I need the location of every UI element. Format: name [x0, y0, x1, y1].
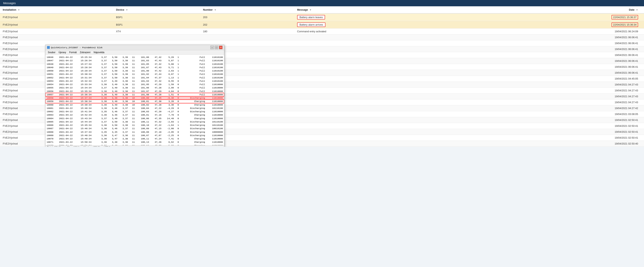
popup-cell: 101,92	[136, 73, 150, 76]
popup-cell: 3,38	[118, 103, 129, 107]
cell-installation: FVE2Východ	[0, 29, 113, 35]
cell-message: Battery alarm leaves	[294, 14, 468, 21]
popup-cell: 3,36	[118, 134, 129, 137]
popup-cell: 100,06	[136, 117, 150, 120]
popup-cell: Discharging	[180, 110, 206, 113]
filter-icon-message[interactable]: ▼	[309, 9, 312, 11]
close-button[interactable]: ✕	[219, 46, 222, 49]
popup-cell: 0	[175, 144, 180, 145]
popup-cell: 3,39	[118, 69, 129, 73]
popup-cell: Charging	[180, 137, 206, 140]
popup-cell: 11	[129, 83, 136, 86]
popup-cell: 10053	[46, 79, 58, 83]
popup-cell: 11010100	[206, 79, 224, 83]
popup-cell: 3,37	[98, 73, 108, 76]
popup-cell: 0	[175, 100, 180, 103]
minimize-button[interactable]: –	[210, 46, 214, 49]
popup-cell: 3,50	[108, 66, 119, 69]
popup-menu-item[interactable]: Nápověda	[92, 51, 106, 54]
cell-device: XT4	[113, 29, 200, 35]
popup-cell: 11010000	[206, 137, 224, 140]
popup-cell: 3,36	[98, 103, 108, 107]
popup-cell: Discharging	[180, 123, 206, 127]
popup-cell: 10066	[46, 123, 58, 127]
popup-cell: 3,49	[108, 117, 119, 120]
popup-cell: Full	[180, 62, 206, 66]
popup-cell: 1	[175, 69, 180, 73]
popup-cell: 7,41	[162, 137, 175, 140]
filter-icon-number[interactable]: ▼	[214, 9, 216, 11]
filter-icon-date[interactable]: ▼	[636, 9, 638, 11]
popup-cell: -2,25	[162, 134, 175, 137]
popup-menu-item[interactable]: Soubor	[46, 51, 57, 54]
popup-menu-item[interactable]: Formát	[68, 51, 78, 54]
popup-cell: Full	[180, 90, 206, 93]
message-outlined: Battery alarm leaves	[297, 15, 325, 20]
cell-date: 19/04/2021 03:08:05	[468, 111, 644, 117]
popup-cell: 3,50	[108, 59, 119, 62]
cell-date: 19/04/2021 06:06:41	[468, 52, 644, 58]
popup-cell: 3,48	[108, 140, 119, 144]
popup-cell: 15:30:34	[80, 73, 98, 76]
popup-cell: 3,38	[118, 140, 129, 144]
maximize-button[interactable]: □	[215, 46, 218, 49]
popup-cell: 5,08	[162, 62, 175, 66]
popup-cell: 47,10	[150, 130, 162, 134]
popup-cell: Charging	[180, 113, 206, 117]
cell-date: 19/04/2021 02:50:40	[468, 141, 644, 147]
cell-message	[294, 117, 468, 123]
popup-cell: 2021-04-22	[58, 120, 80, 123]
popup-cell: 10110100	[206, 107, 224, 110]
popup-cell: 10071	[46, 140, 58, 144]
popup-data-row: 100712021-04-2215:50:343,363,483,3811100…	[46, 140, 224, 144]
popup-cell: 11	[129, 90, 136, 93]
popup-cell: 3,49	[108, 90, 119, 93]
popup-cell: 15:40:34	[80, 107, 98, 110]
popup-cell: 3,48	[108, 96, 119, 100]
popup-cell: 10061	[46, 107, 58, 110]
popup-cell: 2,63	[162, 69, 175, 73]
popup-data-row: 100512021-04-2215:30:343,373,503,3911101…	[46, 73, 224, 76]
popup-cell: 0	[175, 130, 180, 134]
popup-cell: 2021-04-22	[58, 103, 80, 107]
popup-cell: 1	[175, 76, 180, 79]
filter-icon-installation[interactable]: ▼	[18, 9, 20, 11]
filter-icon-device[interactable]: ▼	[126, 9, 128, 11]
popup-cell: 11010000	[206, 110, 224, 113]
popup-cell: 100,11	[136, 137, 150, 140]
popup-cell: 47,22	[150, 123, 162, 127]
popup-cell: 15:35:34	[80, 90, 98, 93]
popup-cell: 10010100	[206, 127, 224, 130]
popup-data-row: 100582021-04-2215:37:343,363,483,3810100…	[46, 96, 224, 100]
popup-cell: 101,87	[136, 66, 150, 69]
popup-cell: 3,37	[118, 117, 129, 120]
popup-menu-item[interactable]: Zobrazení	[78, 51, 92, 54]
popup-cell: 15:47:34	[80, 130, 98, 134]
popup-cell: 3,49	[108, 93, 119, 96]
cell-number: 203	[200, 14, 294, 21]
popup-cell: 100,16	[136, 144, 150, 145]
notepad-icon	[47, 46, 50, 49]
cell-date: 19/04/2021 06:06:41	[468, 46, 644, 52]
popup-cell: 10051	[46, 73, 58, 76]
popup-cell: 3,36	[98, 137, 108, 140]
popup-cell: 15:25:34	[80, 56, 98, 59]
popup-cell: 11	[129, 127, 136, 130]
popup-cell: 7,70	[162, 113, 175, 117]
popup-cell: 3,37	[98, 59, 108, 62]
popup-cell: 11010100	[206, 62, 224, 66]
cell-date: 19/04/2021 06:06:41	[468, 70, 644, 76]
popup-cell: 101,90	[136, 69, 150, 73]
popup-cell: 101,94	[136, 79, 150, 83]
popup-cell: 47,16	[150, 113, 162, 117]
statusbar-line-ending: Windows (CRLF)	[84, 146, 100, 147]
popup-cell: 11	[129, 76, 136, 79]
popup-cell: 11	[129, 59, 136, 62]
popup-cell: 3,49	[108, 103, 119, 107]
popup-cell: 2021-04-22	[58, 79, 80, 83]
col-message: Message ▼	[294, 6, 468, 14]
popup-menu-item[interactable]: Úpravy	[57, 51, 68, 54]
popup-cell: 101,94	[136, 76, 150, 79]
message-outlined: Battery alarm arrives	[297, 23, 326, 27]
popup-cell: 3,50	[108, 120, 119, 123]
